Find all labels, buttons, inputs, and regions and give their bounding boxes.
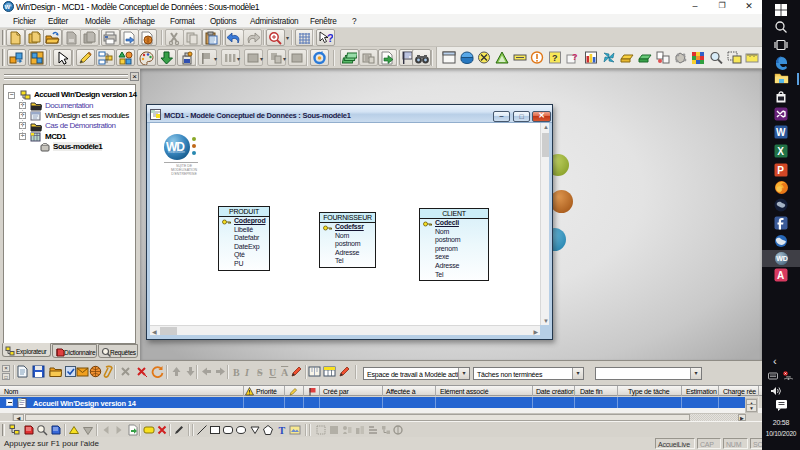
svg-text:S: S — [257, 367, 263, 378]
svg-text:?: ? — [552, 53, 558, 63]
svg-text:?: ? — [327, 32, 333, 44]
svg-text:A: A — [777, 270, 784, 281]
svg-text:I: I — [244, 367, 250, 378]
svg-text:WD: WD — [776, 255, 788, 262]
svg-text:B: B — [233, 367, 240, 378]
svg-text:U: U — [269, 367, 276, 378]
svg-text:T: T — [279, 425, 286, 436]
svg-text:W: W — [776, 127, 786, 138]
svg-text:P: P — [777, 165, 784, 176]
svg-text:X: X — [777, 146, 784, 157]
svg-text:?: ? — [572, 52, 578, 62]
svg-text:W: W — [5, 4, 11, 10]
svg-text:A: A — [281, 367, 289, 378]
